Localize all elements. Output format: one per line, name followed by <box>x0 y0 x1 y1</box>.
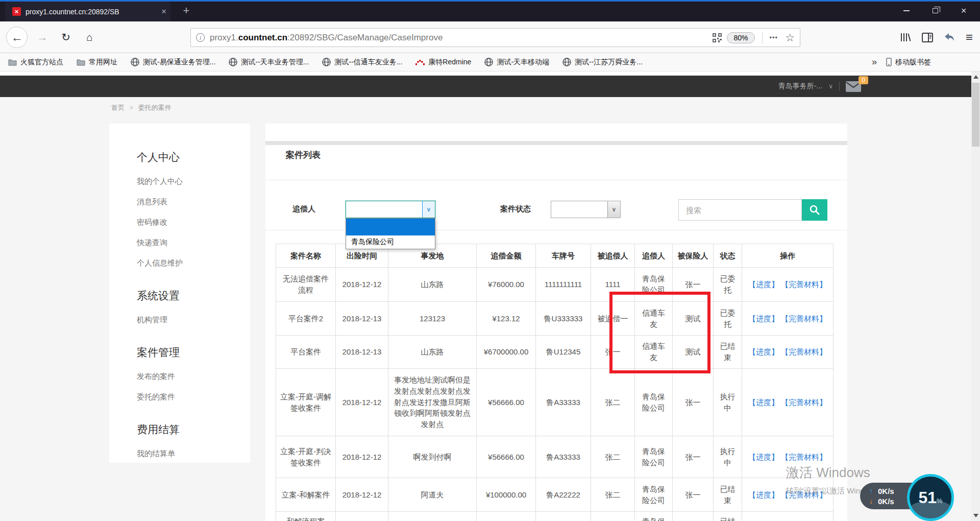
claimant-filter-label: 追偿人 <box>292 204 315 214</box>
improve-materials-link[interactable]: 【完善材料】 <box>781 453 827 461</box>
site-favicon-icon: × <box>12 7 21 16</box>
site-info-icon[interactable]: i <box>196 33 205 42</box>
improve-materials-link[interactable]: 【完善材料】 <box>781 314 827 323</box>
sidebar-item-org[interactable]: 机构管理 <box>137 315 250 325</box>
sidebar-item-my-center[interactable]: 我的个人中心 <box>137 177 250 186</box>
progress-link[interactable]: 【进度】 <box>748 347 779 356</box>
progress-link[interactable]: 【进度】 <box>748 314 779 323</box>
improve-materials-link[interactable]: 【完善材料】 <box>781 280 827 289</box>
chevron-down-icon[interactable]: ∨ <box>607 201 620 218</box>
sidebar-section-title: 费用结算 <box>137 422 250 437</box>
bookmark-item[interactable]: 测试--天丰业务管理... <box>229 58 309 67</box>
home-button[interactable]: ⌂ <box>81 29 98 46</box>
sidebar-section-title: 案件管理 <box>137 345 250 360</box>
page-viewport: 青岛事务所-... ∨ 0 首页 > 委托的案件 个人中心 我的个人中心 消息列… <box>0 72 971 521</box>
sidebar-item-published-cases[interactable]: 发布的案件 <box>137 372 250 382</box>
sidebar-item-password[interactable]: 密码修改 <box>137 218 250 227</box>
scroll-down-icon[interactable] <box>973 514 978 517</box>
bookmarks-bar: 火狐官方站点 常用网址 测试-易保通业务管理... 测试--天丰业务管理... … <box>0 53 980 72</box>
sidebar-item-profile[interactable]: 个人信息维护 <box>137 258 250 268</box>
mail-count-badge: 0 <box>859 76 868 84</box>
sidebar-section-title: 系统设置 <box>137 289 250 303</box>
page-title: 案件列表 <box>286 149 321 161</box>
scrollbar-thumb[interactable] <box>972 83 979 147</box>
account-dropdown[interactable]: 青岛事务所-... <box>778 82 822 91</box>
page-scrollbar[interactable] <box>971 72 980 521</box>
phone-icon <box>886 58 892 66</box>
table-row: 平台案件 2018-12-13 山东路 ¥6700000.00 鲁U12345 … <box>276 336 834 369</box>
globe-icon <box>229 58 237 66</box>
table-row: 立案-开庭-调解签收案件 2018-12-12 事发地地址测试啊但是发射点发射点… <box>276 369 834 436</box>
folder-icon <box>77 59 85 66</box>
mail-button[interactable]: 0 <box>846 81 861 92</box>
bookmark-item[interactable]: 常用网址 <box>77 58 117 67</box>
restore-button[interactable] <box>921 0 949 21</box>
progress-link[interactable]: 【进度】 <box>748 398 779 407</box>
progress-link[interactable]: 【进度】 <box>748 453 779 461</box>
sidebar-toggle-icon[interactable] <box>922 33 933 42</box>
bookmark-item[interactable]: 康特Redmine <box>415 58 471 67</box>
browser-tab[interactable]: × proxy1.countnet.cn:20892/SB × <box>5 0 170 21</box>
sidebar-item-entrusted-cases[interactable]: 委托的案件 <box>137 392 250 402</box>
chevron-down-icon[interactable]: ∨ <box>422 201 435 218</box>
status-filter-label: 案件状态 <box>500 204 531 214</box>
upload-speed: 0K/s <box>878 487 894 495</box>
claimant-select[interactable]: ∨ <box>346 201 435 218</box>
url-bar[interactable]: i proxy1.countnet.cn:20892/SBG/CaseManag… <box>190 28 800 47</box>
claimant-dropdown-list: 青岛保险公司 <box>346 218 435 249</box>
globe-icon <box>562 58 571 66</box>
minimize-button[interactable] <box>892 0 921 21</box>
bookmark-item[interactable]: 测试--信通车友业务... <box>322 58 402 67</box>
download-speed: 0K/s <box>878 497 894 506</box>
case-list-panel: 案件列表 追偿人 ∨ 青岛保险公司 案件状态 ∨ <box>265 124 847 521</box>
battery-widget[interactable]: 51 % <box>907 474 954 521</box>
back-icon: ← <box>11 31 23 44</box>
close-button[interactable]: × <box>949 0 978 21</box>
bookmarks-overflow-icon[interactable]: » <box>872 57 877 67</box>
qr-code-icon[interactable] <box>713 33 722 42</box>
dropdown-option-qingdao[interactable]: 青岛保险公司 <box>346 235 435 249</box>
bookmark-item[interactable]: 火狐官方站点 <box>8 58 63 67</box>
status-select[interactable]: ∨ <box>551 201 621 218</box>
sidebar-item-messages[interactable]: 消息列表 <box>137 197 250 207</box>
sidebar: 个人中心 我的个人中心 消息列表 密码修改 快递查询 个人信息维护 系统设置 机… <box>109 124 250 463</box>
table-row: 立案-和解案件 2018-12-12 阿道夫 ¥100000.00 鲁A2222… <box>276 478 834 512</box>
table-row: 立案-开庭-判决签收案件 2018-12-12 啊发到付啊 ¥56666.00 … <box>276 436 834 478</box>
improve-materials-link[interactable]: 【完善材料】 <box>781 347 827 356</box>
library-icon[interactable] <box>900 32 911 42</box>
progress-link[interactable]: 【进度】 <box>748 490 779 499</box>
menu-icon[interactable]: ≡ <box>966 30 973 44</box>
chevron-down-icon[interactable]: ∨ <box>828 83 833 90</box>
mobile-bookmarks[interactable]: 移动版书签 <box>886 58 931 67</box>
search-input[interactable] <box>678 199 802 221</box>
window-accent-line <box>0 0 980 2</box>
dropdown-option-empty[interactable] <box>346 219 435 235</box>
improve-materials-link[interactable]: 【完善材料】 <box>781 398 827 407</box>
bookmark-star-icon[interactable]: ☆ <box>785 32 795 44</box>
progress-link[interactable]: 【进度】 <box>748 280 779 289</box>
restore-icon <box>933 8 938 13</box>
bookmark-item[interactable]: 测试--江苏万舜业务... <box>562 58 643 67</box>
tab-close-icon[interactable]: × <box>161 7 166 17</box>
annotation-rectangle <box>609 292 710 373</box>
sidebar-item-statements[interactable]: 我的结算单 <box>137 449 250 459</box>
page-actions-icon[interactable]: ••• <box>770 34 778 41</box>
scroll-up-icon[interactable] <box>973 75 978 79</box>
sidebar-item-express[interactable]: 快递查询 <box>137 238 250 248</box>
table-row-partial: 和解流程案 青岛保 已结 <box>276 512 834 521</box>
globe-icon <box>131 58 139 66</box>
globe-icon <box>322 58 331 66</box>
forward-button[interactable]: → <box>34 29 51 46</box>
tab-bar: × proxy1.countnet.cn:20892/SB × + × <box>0 0 980 21</box>
search-button[interactable] <box>802 199 827 221</box>
new-tab-button[interactable]: + <box>178 0 195 21</box>
undo-arrow-icon[interactable] <box>944 32 955 42</box>
globe-icon <box>484 58 493 66</box>
zoom-level-badge[interactable]: 80% <box>727 32 754 43</box>
bookmark-item[interactable]: 测试-易保通业务管理... <box>131 58 215 67</box>
breadcrumb-home[interactable]: 首页 <box>111 104 125 111</box>
bookmark-item[interactable]: 测试-天丰移动端 <box>484 58 549 67</box>
battery-percent: 51 <box>918 488 937 507</box>
back-button[interactable]: ← <box>6 27 28 48</box>
reload-button[interactable]: ↻ <box>57 29 75 46</box>
